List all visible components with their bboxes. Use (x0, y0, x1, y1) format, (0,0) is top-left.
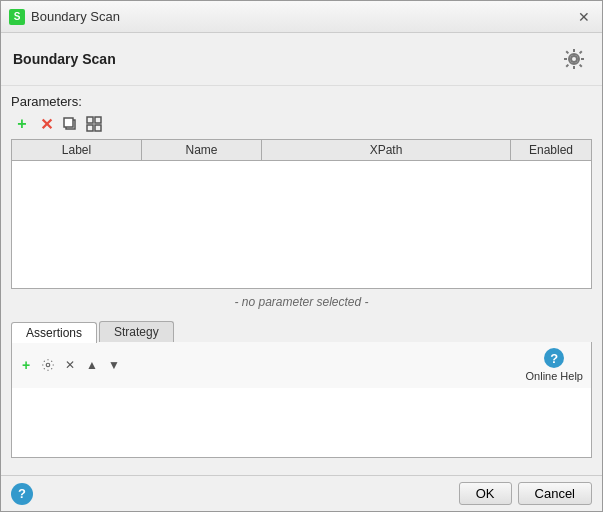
app-icon: S (9, 9, 25, 25)
parameters-toolbar: + ✕ (11, 113, 592, 135)
col-enabled: Enabled (511, 140, 591, 160)
assertions-content (11, 388, 592, 458)
col-xpath: XPath (262, 140, 511, 160)
title-bar-text: Boundary Scan (31, 9, 574, 24)
tab-strategy[interactable]: Strategy (99, 321, 174, 342)
gear-icon (562, 47, 586, 71)
help-button[interactable]: ? (11, 483, 33, 505)
main-content: Parameters: + ✕ (1, 86, 602, 475)
svg-rect-4 (87, 117, 93, 123)
svg-rect-3 (64, 118, 73, 127)
boundary-scan-dialog: S Boundary Scan ✕ Boundary Scan Paramete… (0, 0, 603, 512)
assertion-gear-button[interactable] (38, 355, 58, 375)
header-title: Boundary Scan (13, 51, 116, 67)
add-assertion-button[interactable]: + (16, 355, 36, 375)
svg-rect-7 (95, 125, 101, 131)
group-parameter-button[interactable] (83, 113, 105, 135)
online-help-label: Online Help (526, 370, 583, 382)
assertions-toolbar: + ✕ ▲ ▼ ? Online Help (11, 342, 592, 388)
svg-rect-6 (87, 125, 93, 131)
table-header: Label Name XPath Enabled (12, 140, 591, 161)
remove-assertion-button[interactable]: ✕ (60, 355, 80, 375)
copy-parameter-button[interactable] (59, 113, 81, 135)
bottom-buttons: OK Cancel (459, 482, 592, 505)
parameters-label: Parameters: (11, 94, 592, 109)
tabs-section: Assertions Strategy + ✕ ▲ ▼ ? Online Hel… (11, 321, 592, 458)
svg-rect-5 (95, 117, 101, 123)
tabs-row: Assertions Strategy (11, 321, 592, 342)
col-label: Label (12, 140, 142, 160)
gear-button[interactable] (558, 43, 590, 75)
cancel-button[interactable]: Cancel (518, 482, 592, 505)
no-param-label: - no parameter selected - (11, 289, 592, 315)
assertion-down-button[interactable]: ▼ (104, 355, 124, 375)
tab-assertions[interactable]: Assertions (11, 322, 97, 343)
header-section: Boundary Scan (1, 33, 602, 86)
online-help-icon: ? (544, 348, 564, 368)
table-body (12, 161, 591, 288)
add-parameter-button[interactable]: + (11, 113, 33, 135)
svg-point-8 (46, 363, 50, 367)
bottom-bar: ? OK Cancel (1, 475, 602, 511)
close-button[interactable]: ✕ (574, 7, 594, 27)
title-bar: S Boundary Scan ✕ (1, 1, 602, 33)
assertion-up-button[interactable]: ▲ (82, 355, 102, 375)
ok-button[interactable]: OK (459, 482, 512, 505)
svg-point-0 (571, 56, 577, 62)
group-icon (86, 116, 102, 132)
parameters-table: Label Name XPath Enabled (11, 139, 592, 289)
assertion-gear-icon (41, 358, 55, 372)
online-help-button[interactable]: ? Online Help (522, 346, 587, 384)
col-name: Name (142, 140, 262, 160)
remove-parameter-button[interactable]: ✕ (35, 113, 57, 135)
copy-icon (62, 116, 78, 132)
